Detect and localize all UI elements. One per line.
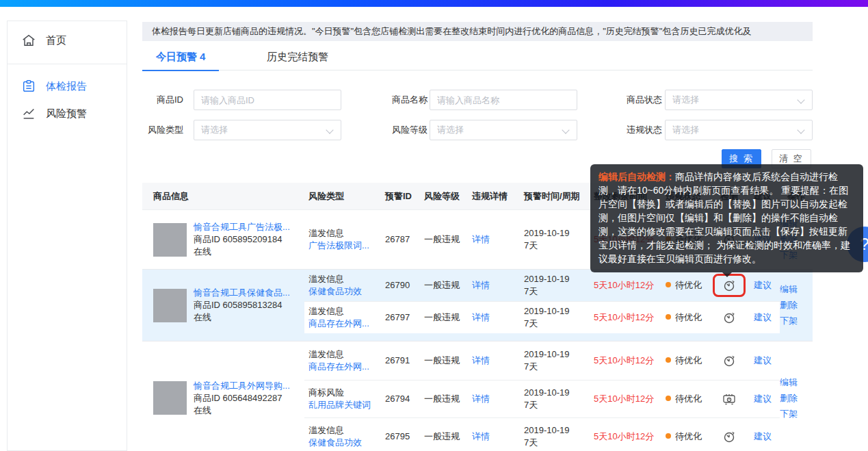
detect-cell[interactable] [713,354,746,368]
sidebar-item-label: 体检报告 [46,80,87,93]
detect-scanner-icon [722,392,736,406]
risk-level: 一般违规 [421,430,469,443]
sidebar: 首页 体检报告 风险预警 [7,21,127,451]
violation-detail-link[interactable]: 详情 [472,355,490,365]
clipboard-icon [21,79,36,94]
violation-detail-link[interactable]: 详情 [472,431,490,441]
remain-time: 5天10小时12分 [588,355,660,367]
suggest-link[interactable]: 建议 [754,280,772,290]
sidebar-item-health-report[interactable]: 体检报告 [8,73,127,100]
warning-id: 26791 [378,355,421,367]
detect-clock-icon [722,354,736,368]
violation-detail-link[interactable]: 详情 [472,394,490,404]
risk-type-select[interactable]: 请选择 [194,120,341,140]
product-cell: 愉音合规工具外网导购... 商品ID 605648492287 在线 [142,342,304,451]
notice-bar: 体检报告每日更新店铺商品的违规情况。"今日预警"包含您店铺检测出需要在整改结束时… [142,22,813,41]
risk-category: 滥发信息 [308,424,378,437]
tab-count-badge: 4 [200,51,205,62]
risk-level: 一般违规 [421,279,469,292]
violation-state: 待优化 [660,311,713,324]
tab-bar: 今日预警4 历史完结预警 [142,48,813,70]
remain-time: 5天10小时12分 [588,430,660,443]
sidebar-item-risk-warning[interactable]: 风险预警 [8,100,127,127]
detect-cell[interactable] [713,392,746,406]
tooltip-title: 编辑后自动检测： [599,171,675,182]
warn-time: 2019-10-197天 [520,273,588,298]
warn-time: 2019-10-197天 [520,305,588,330]
risk-level: 一般违规 [421,311,469,324]
risk-type-link[interactable]: 保健食品功效 [308,286,362,296]
edit-link[interactable]: 编辑 [780,376,813,389]
product-title-link[interactable]: 愉音合规工具保健食品... [194,287,290,299]
warning-id: 26790 [378,279,421,292]
sidebar-item-home[interactable]: 首页 [8,21,127,60]
tab-history-warnings[interactable]: 历史完结预警 [253,48,342,70]
detect-cell[interactable] [713,311,746,324]
remain-time: 5天10小时12分 [588,393,660,405]
sidebar-item-label: 风险预警 [46,107,87,120]
violation-state-select[interactable]: 请选择 [665,120,813,140]
chevron-down-icon [562,126,569,133]
table-row-group: 愉音合规工具保健食品... 商品ID 605895813284 在线 滥发信息 … [142,270,813,342]
product-state-select[interactable]: 请选择 [665,90,813,110]
unshelve-link[interactable]: 下架 [780,408,813,420]
suggest-link[interactable]: 建议 [754,312,772,322]
product-image [153,289,187,322]
product-cell: 愉音合规工具广告法极... 商品ID 605895209184 在线 [142,210,304,269]
tooltip-body: 商品详情内容修改后系统会自动进行检测，请在10~60分钟内刷新页面查看结果。 重… [599,171,850,264]
risk-category: 滥发信息 [308,348,378,361]
product-title-link[interactable]: 愉音合规工具外网导购... [194,380,290,392]
page: 首页 体检报告 风险预警 体检报告每日更新店铺商品的违规情况。"今日预警"包含您… [0,0,868,451]
risk-type-link[interactable]: 商品存在外网... [308,361,369,372]
sidebar-divider [8,64,127,64]
warn-time: 2019-10-197天 [520,387,588,411]
delete-link[interactable]: 删除 [780,299,813,311]
suggest-link[interactable]: 建议 [754,355,772,365]
violation-state: 待优化 [660,355,713,367]
remain-time: 5天10小时12分 [588,311,660,324]
violation-detail-link[interactable]: 详情 [472,234,490,244]
suggest-link[interactable]: 建议 [754,431,772,441]
suggest-link[interactable]: 建议 [754,394,772,404]
product-title-link[interactable]: 愉音合规工具广告法极... [194,221,290,233]
detect-cell[interactable] [713,430,746,443]
violation-detail-link[interactable]: 详情 [472,312,490,322]
violation-state: 待优化 [660,430,713,443]
unshelve-link[interactable]: 下架 [780,315,813,327]
risk-type-link[interactable]: 保健食品功效 [308,437,362,448]
risk-category: 滥发信息 [308,305,378,318]
line-chart-icon [21,106,36,121]
risk-level: 一般违规 [421,393,469,405]
status-dot [666,396,671,401]
warning-row: 滥发信息 保健食品功效 26795 一般违规 详情 2019-10-197天 5… [304,417,780,451]
risk-type-link[interactable]: 乱用品牌关键词 [308,400,371,410]
risk-type-label: 风险类型 [142,120,183,140]
risk-type-link[interactable]: 广告法极限词... [308,240,369,250]
product-image [153,223,187,257]
product-status: 在线 [194,311,290,324]
risk-level: 一般违规 [421,355,469,367]
product-name-input[interactable] [430,90,577,110]
warning-row: 滥发信息 商品存在外网... 26797 一般违规 详情 2019-10-197… [304,301,780,333]
risk-type-link[interactable]: 商品存在外网... [308,318,369,328]
risk-level-select[interactable]: 请选择 [430,120,577,140]
product-image [153,381,187,415]
violation-detail-link[interactable]: 详情 [472,280,490,290]
operations-cell: 编辑 删除 下架 [780,270,813,341]
violation-state: 待优化 [660,279,713,292]
product-state-label: 商品状态 [618,90,662,110]
delete-link[interactable]: 删除 [780,392,813,404]
risk-level: 一般违规 [421,233,469,246]
tab-today-warnings[interactable]: 今日预警4 [142,48,219,70]
status-dot [666,357,671,363]
product-id-input[interactable] [194,90,341,110]
violation-state-label: 违规状态 [618,120,662,140]
product-name-label: 商品名称 [383,90,428,110]
home-icon [21,33,36,48]
edit-link[interactable]: 编辑 [780,283,813,296]
warn-time: 2019-10-197天 [520,227,588,252]
product-status: 在线 [194,404,290,417]
product-id: 商品ID 605648492287 [194,392,290,404]
warn-time: 2019-10-197天 [520,348,588,373]
product-status: 在线 [194,246,290,258]
